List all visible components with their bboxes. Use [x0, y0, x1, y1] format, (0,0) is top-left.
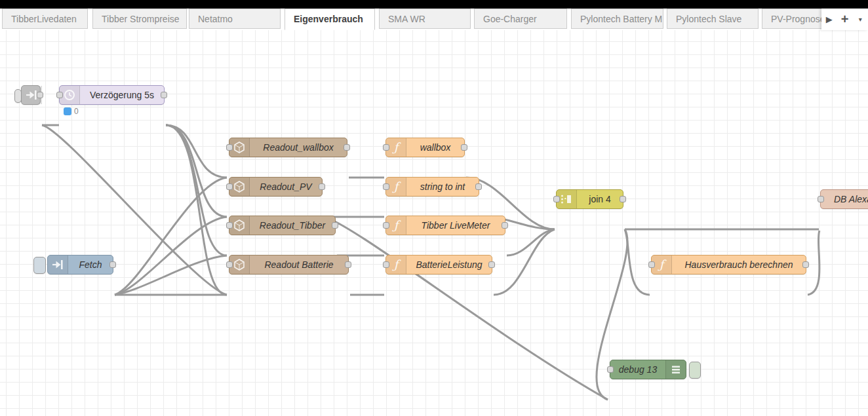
input-port[interactable] — [56, 92, 63, 98]
input-port[interactable] — [383, 222, 389, 229]
tab-sma-wr[interactable]: SMA WR — [379, 9, 471, 29]
wire-join_4-to-fn_hausverbrauch[interactable] — [625, 229, 650, 295]
node-inject_fetch[interactable]: Fetch — [47, 255, 113, 274]
output-port[interactable] — [319, 183, 325, 190]
tab-tibberlivedaten[interactable]: TibberLivedaten — [2, 9, 88, 29]
status-text: 0 — [74, 107, 79, 116]
node-label-verz-gerung-5s: Verzögerung 5s — [80, 86, 164, 104]
node-fn_wallbox[interactable]: ƒwallbox — [385, 138, 465, 157]
tab-label: Netatmo — [198, 14, 233, 24]
node-label-debug-13: debug 13 — [610, 360, 665, 379]
debug-icon — [665, 360, 686, 379]
tab-label: Pylontech Battery M — [580, 14, 662, 24]
tab-bar: TibberLivedatenTibber StrompreiseNetatmo… — [0, 9, 868, 30]
output-port[interactable] — [475, 183, 482, 190]
node-debug_13[interactable]: debug 13 — [610, 360, 686, 379]
input-port[interactable] — [226, 261, 233, 268]
output-port[interactable] — [488, 261, 495, 268]
tab-pylontech-slave[interactable]: Pylontech Slave — [667, 9, 759, 29]
node-readout_wallbox[interactable]: Readout_wallbox — [229, 138, 347, 157]
add-tab-icon[interactable]: + — [837, 12, 853, 27]
node-readout_pv[interactable]: Readout_PV — [229, 177, 323, 197]
node-fn_batterieleistung[interactable]: ƒBatterieLeistung — [385, 255, 492, 274]
input-port[interactable] — [226, 183, 233, 190]
node-delay_verzoegerung[interactable]: Verzögerung 5s — [59, 85, 165, 105]
tab-label: Goe-Charger — [483, 14, 537, 24]
output-port[interactable] — [344, 144, 350, 151]
input-port[interactable] — [226, 144, 233, 151]
flow-canvas[interactable]: Verzögerung 5sReadout_wallboxReadout_PVR… — [0, 30, 868, 416]
output-port[interactable] — [109, 261, 116, 268]
input-port[interactable] — [383, 261, 389, 268]
input-port[interactable] — [607, 366, 614, 373]
debug-toggle-button[interactable] — [689, 362, 701, 379]
wire-delay_verzoegerung-to-readout_pv[interactable] — [166, 125, 227, 217]
tab-menu-caret-icon[interactable]: ▾ — [852, 16, 868, 23]
input-port[interactable] — [226, 222, 233, 229]
input-port[interactable] — [383, 144, 389, 151]
inject-icon — [48, 255, 68, 274]
input-port[interactable] — [648, 261, 655, 268]
node-db_alexa[interactable]: DB Alexa — [820, 189, 868, 209]
node-fn_tibber_livemeter[interactable]: ƒTibber LiveMeter — [385, 216, 505, 235]
tab-label: Pylontech Slave — [676, 14, 741, 24]
node-label-wallbox: wallbox — [406, 138, 464, 157]
tab-label: Eigenverbrauch — [294, 14, 363, 24]
node-readout_batterie[interactable]: Readout Batterie — [229, 255, 349, 274]
wire-fn_hausverbrauch-to-db_alexa[interactable] — [808, 231, 819, 295]
output-port[interactable] — [332, 222, 338, 229]
wire-readout_pv-to-debug_13[interactable] — [324, 217, 608, 400]
node-label-tibber-livemeter: Tibber LiveMeter — [406, 216, 505, 235]
node-label-readout-batterie: Readout Batterie — [250, 255, 348, 274]
wire-fn_batterieleistung-to-join_4[interactable] — [494, 229, 555, 295]
tab-eigenverbrauch[interactable]: Eigenverbrauch — [285, 9, 375, 30]
output-port[interactable] — [620, 196, 626, 202]
node-label-hausverbrauch-berechnen: Hausverbrauch berechnen — [672, 255, 806, 274]
node-label-batterieleistung: BatterieLeistung — [406, 255, 492, 274]
tab-netatmo[interactable]: Netatmo — [189, 9, 281, 29]
wire-inject_fetch-to-readout_tibber[interactable] — [115, 255, 227, 295]
scroll-right-icon[interactable]: ▶ — [821, 14, 837, 24]
node-status-delay_verzoegerung: 0 — [64, 107, 79, 116]
window-top-strip — [0, 0, 868, 9]
node-label-readout-wallbox: Readout_wallbox — [250, 138, 347, 157]
tab-controls: ▶+▾ — [821, 9, 868, 30]
wire-inject_fetch-to-readout_wallbox[interactable] — [115, 178, 227, 295]
output-port[interactable] — [802, 261, 809, 268]
inject-trigger-button[interactable] — [14, 89, 22, 103]
output-port[interactable] — [461, 144, 467, 151]
node-label-fetch: Fetch — [68, 255, 113, 274]
node-label-readout-pv: Readout_PV — [250, 178, 322, 196]
output-port[interactable] — [502, 222, 508, 229]
input-port[interactable] — [553, 196, 560, 202]
tab-label: PV-Prognose — [771, 14, 825, 24]
node-label-db-alexa: DB Alexa — [821, 190, 868, 208]
inject-trigger-button[interactable] — [33, 257, 46, 274]
tab-tibber-strompreise[interactable]: Tibber Strompreise — [92, 9, 187, 29]
node-fn_hausverbrauch[interactable]: ƒHausverbrauch berechnen — [651, 255, 806, 274]
input-port[interactable] — [383, 183, 389, 190]
node-label-string-to-int: string to int — [406, 178, 479, 196]
node-fn_string_to_int[interactable]: ƒstring to int — [385, 177, 479, 197]
output-port[interactable] — [161, 92, 167, 98]
tab-label: SMA WR — [388, 14, 425, 24]
node-label-readout-tibber: Readout_Tibber — [250, 216, 335, 235]
node-inject_mini[interactable] — [21, 85, 41, 105]
output-port[interactable] — [345, 261, 351, 268]
wire-delay_verzoegerung-to-readout_batterie[interactable] — [166, 125, 227, 295]
output-port[interactable] — [37, 92, 43, 98]
node-readout_tibber[interactable]: Readout_Tibber — [229, 216, 336, 235]
node-join_4[interactable]: join 4 — [556, 189, 623, 209]
tab-goe-charger[interactable]: Goe-Charger — [474, 9, 567, 29]
tab-label: Tibber Strompreise — [102, 14, 180, 24]
input-port[interactable] — [818, 196, 824, 202]
status-dot — [64, 107, 71, 115]
tab-pylontech-battery-m[interactable]: Pylontech Battery M — [571, 9, 663, 29]
tab-label: TibberLivedaten — [11, 14, 77, 24]
node-label-join-4: join 4 — [577, 190, 623, 208]
